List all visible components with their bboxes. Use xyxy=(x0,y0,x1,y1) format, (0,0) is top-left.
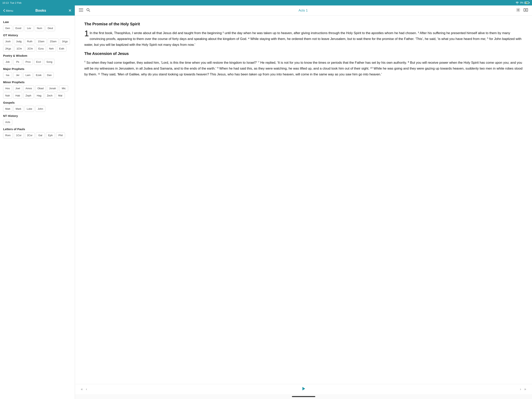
main-layout: Menu Books ✕ LawGenExodLevNumDeutOT Hist… xyxy=(0,6,532,399)
book-button-mic[interactable]: Mic xyxy=(59,85,68,91)
footer-nav-right: › » xyxy=(519,386,527,392)
footer-nav-left: « ‹ xyxy=(80,386,88,392)
book-button-num[interactable]: Num xyxy=(35,25,44,31)
hamburger-menu-button[interactable] xyxy=(79,8,83,13)
book-button-jonah[interactable]: Jonah xyxy=(47,85,58,91)
passage-paragraph-1: 1 In the first book, Theophilus, I wrote… xyxy=(84,30,523,48)
reader-content: The Promise of the Holy Spirit 1 In the … xyxy=(75,16,532,384)
section-label-gospels: Gospels xyxy=(3,101,72,104)
passage-heading-1: The Promise of the Holy Spirit xyxy=(84,22,523,26)
book-grid-minor-prophets: HosJoelAmosObadJonahMicNahHabZephHagZech… xyxy=(3,85,72,99)
sidebar: Menu Books ✕ LawGenExodLevNumDeutOT Hist… xyxy=(0,6,75,399)
book-button-lev[interactable]: Lev xyxy=(25,25,33,31)
svg-point-9 xyxy=(518,9,519,11)
passage-heading-2: The Ascension of Jesus xyxy=(84,51,523,56)
book-button-2kgs[interactable]: 2Kgs xyxy=(3,45,13,52)
last-page-button[interactable]: » xyxy=(523,386,527,392)
book-button-2chr[interactable]: 2Chr xyxy=(25,45,35,52)
book-button-mark[interactable]: Mark xyxy=(13,106,23,112)
prev-page-button[interactable]: ‹ xyxy=(85,386,88,392)
verse-1-number: 1 xyxy=(84,29,89,38)
section-label-major-prophets: Major Prophets xyxy=(3,67,72,71)
book-button-2cor[interactable]: 2Cor xyxy=(25,132,35,138)
chapter-title[interactable]: Acts 1 xyxy=(298,9,308,13)
book-button-acts[interactable]: Acts xyxy=(3,119,12,125)
book-button-1sam[interactable]: 1Sam xyxy=(36,38,47,45)
book-button-isa[interactable]: Isa xyxy=(3,72,12,78)
section-label-law: Law xyxy=(3,20,72,24)
passage-paragraph-2: 6 So when they had come together, they a… xyxy=(84,60,523,77)
sidebar-header: Menu Books ✕ xyxy=(0,6,75,16)
book-grid-letters-pauls: Rom1Cor2CorGalEphPhil xyxy=(3,132,72,138)
book-button-1chr[interactable]: 1Chr xyxy=(14,45,24,52)
section-label-ot-history: OT History xyxy=(3,33,72,37)
book-button-hos[interactable]: Hos xyxy=(3,85,12,91)
book-button-gal[interactable]: Gal xyxy=(36,132,45,138)
book-button-zeph[interactable]: Zeph xyxy=(23,93,33,99)
book-button-rom[interactable]: Rom xyxy=(3,132,13,138)
book-button-dan[interactable]: Dan xyxy=(45,72,54,78)
book-button-song[interactable]: Song xyxy=(44,59,54,65)
book-button-1kgs[interactable]: 1Kgs xyxy=(60,38,70,45)
book-grid-gospels: MattMarkLukeJohn xyxy=(3,106,72,112)
book-button-gen[interactable]: Gen xyxy=(3,25,12,31)
section-label-poetry-wisdom: Poetry & Wisdom xyxy=(3,54,72,57)
reader-footer: « ‹ › » xyxy=(75,384,532,394)
next-page-button[interactable]: › xyxy=(519,386,522,392)
play-audio-button[interactable] xyxy=(301,386,306,392)
book-button-obad[interactable]: Obad xyxy=(35,85,46,91)
book-button-deut[interactable]: Deut xyxy=(45,25,55,31)
verse-6-text: So when they had come together, they ask… xyxy=(84,61,522,76)
book-button-phil[interactable]: Phil xyxy=(56,132,65,138)
toolbar-right xyxy=(516,8,528,13)
book-button-ezek[interactable]: Ezek xyxy=(34,72,44,78)
book-button-esth[interactable]: Esth xyxy=(57,45,66,52)
book-button-exod[interactable]: Exod xyxy=(13,25,24,31)
book-button-1cor[interactable]: 1Cor xyxy=(14,132,24,138)
book-button-ezra[interactable]: Ezra xyxy=(36,45,46,52)
svg-line-8 xyxy=(89,11,90,12)
menu-back-button[interactable]: Menu xyxy=(3,9,13,12)
settings-button[interactable] xyxy=(516,8,520,13)
toolbar-left xyxy=(79,8,90,13)
sidebar-title: Books xyxy=(35,9,46,13)
book-button-lam[interactable]: Lam xyxy=(23,72,32,78)
search-button[interactable] xyxy=(86,8,90,13)
first-page-button[interactable]: « xyxy=(80,386,84,392)
section-label-nt-history: NT History xyxy=(3,114,72,117)
book-button-ps[interactable]: Ps xyxy=(13,59,22,65)
reading-mode-button[interactable] xyxy=(523,8,528,13)
book-button-ruth[interactable]: Ruth xyxy=(25,38,34,45)
book-button-eccl[interactable]: Eccl xyxy=(34,59,43,65)
sidebar-content: LawGenExodLevNumDeutOT HistoryJoshJudgRu… xyxy=(0,16,75,399)
book-button-nah[interactable]: Nah xyxy=(3,93,12,99)
book-button-neh[interactable]: Neh xyxy=(47,45,56,52)
battery-level: 9% xyxy=(520,1,523,4)
book-button-2sam[interactable]: 2Sam xyxy=(48,38,59,45)
status-time-date: 10:13 Tue 2 Feb xyxy=(2,1,21,4)
svg-text:⚡: ⚡ xyxy=(526,2,528,4)
book-button-job[interactable]: Job xyxy=(3,59,12,65)
sidebar-close-button[interactable]: ✕ xyxy=(68,8,72,13)
book-grid-poetry-wisdom: JobPsProvEcclSong xyxy=(3,59,72,65)
book-button-hab[interactable]: Hab xyxy=(13,93,22,99)
book-button-eph[interactable]: Eph xyxy=(46,132,55,138)
section-label-letters-pauls: Letters of Pauls xyxy=(3,127,72,131)
book-button-john[interactable]: John xyxy=(35,106,45,112)
book-button-jer[interactable]: Jer xyxy=(13,72,22,78)
book-button-joel[interactable]: Joel xyxy=(13,85,22,91)
book-button-prov[interactable]: Prov xyxy=(23,59,33,65)
reader-panel: Acts 1 The Promise of the Holy Spirit xyxy=(75,6,532,399)
svg-marker-10 xyxy=(302,387,305,390)
book-grid-law: GenExodLevNumDeut xyxy=(3,25,72,31)
book-button-luke[interactable]: Luke xyxy=(25,106,34,112)
book-button-mal[interactable]: Mal xyxy=(56,93,65,99)
status-bar: 10:13 Tue 2 Feb 9% ⚡ xyxy=(0,0,532,6)
book-button-amos[interactable]: Amos xyxy=(23,85,34,91)
book-button-josh[interactable]: Josh xyxy=(3,38,13,45)
book-button-matt[interactable]: Matt xyxy=(3,106,12,112)
book-button-zech[interactable]: Zech xyxy=(45,93,55,99)
section-label-minor-prophets: Minor Prophets xyxy=(3,80,72,84)
book-button-judg[interactable]: Judg xyxy=(14,38,24,45)
book-button-hag[interactable]: Hag xyxy=(35,93,44,99)
